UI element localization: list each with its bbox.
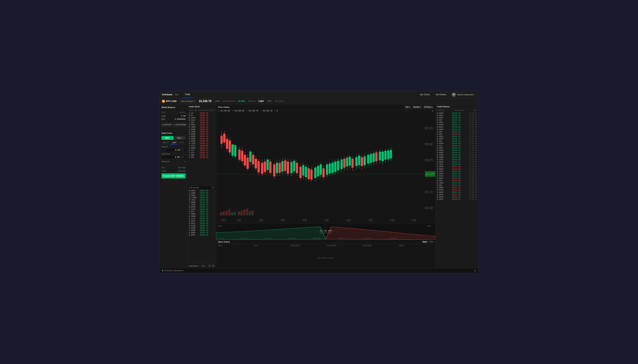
svg-rect-137 <box>231 212 233 216</box>
svg-rect-60 <box>284 160 286 171</box>
status-text: All Systems Operational <box>164 270 183 272</box>
svg-rect-142 <box>246 209 248 216</box>
trade-history-row: 0.002310333.00↘9:48:53 <box>435 177 478 180</box>
limit-tab[interactable]: LIMIT <box>170 141 178 145</box>
place-buy-order-button[interactable]: PLACE BUY ORDER <box>162 174 186 178</box>
candlestick-chart[interactable]: 9/13 1:00 2:00 3:00 4:00 5:00 6:00 7:00 … <box>216 112 435 224</box>
logo-subtitle: Pro <box>175 94 178 96</box>
my-wallets-button[interactable]: My Wallets <box>434 92 448 96</box>
candle-select[interactable]: Candle ▾ <box>412 106 422 108</box>
tab-open[interactable]: Open <box>422 240 427 243</box>
order-book-ask-row: 1.000010340.65- <box>188 140 216 142</box>
amount-input-row[interactable]: Max 0.00 BTC <box>162 148 186 152</box>
trade-history-title: Trade History <box>435 104 478 109</box>
trade-history-row: 0.007610335.00↘9:49:02 <box>435 166 478 168</box>
tab-fills[interactable]: Fills <box>430 240 433 243</box>
stop-tab[interactable]: STOP <box>178 141 186 145</box>
order-book-bid-row: 2.500010334.95- <box>188 192 216 194</box>
total-label: Total = <box>162 170 167 172</box>
svg-rect-24 <box>232 144 234 156</box>
last-trade-price: 10,336.78 <box>199 100 212 103</box>
svg-rect-138 <box>234 212 236 215</box>
svg-rect-20 <box>226 139 228 149</box>
open-orders-header: Open Orders Open Fills <box>216 240 435 244</box>
svg-text:$10,230: $10,230 <box>241 238 248 239</box>
svg-text:8:00: 8:00 <box>390 218 394 222</box>
nav-tabs: Trade <box>182 91 419 98</box>
svg-text:$10,300: $10,300 <box>425 206 433 210</box>
svg-text:$10,425: $10,425 <box>425 126 433 130</box>
volume-label: 24h volume <box>275 100 284 102</box>
svg-rect-80 <box>314 168 316 178</box>
order-form-title: Order Form <box>162 132 186 134</box>
svg-rect-22 <box>229 140 231 152</box>
ohlcv-bar: O: 10,338.05 H: 10,338.05 L: 10,336.78 C… <box>216 110 435 112</box>
svg-rect-132 <box>390 150 392 158</box>
divider <box>162 129 186 130</box>
svg-rect-18 <box>223 134 225 142</box>
logo: Coinbase | Pro <box>162 93 178 96</box>
order-book-bid-row: 0.616810326.30- <box>188 224 216 227</box>
order-book-ask-row: 3.00010336.35- <box>188 154 216 156</box>
order-book-ask-row: 0.592210344.30- <box>188 119 216 121</box>
order-book-bid-row: 0.00110328.15- <box>188 210 216 213</box>
order-book-bid-row: 0.050010325.75- <box>188 227 216 229</box>
svg-rect-30 <box>241 151 243 161</box>
sell-tab[interactable]: SELL <box>174 136 186 140</box>
price-label: Last trade price <box>222 100 235 102</box>
order-book-bid-row: 0.099910329.25- <box>188 206 216 208</box>
settings-icon[interactable]: ⚙ <box>474 269 476 272</box>
svg-rect-114 <box>363 156 366 165</box>
chart-forward-icon[interactable]: ▶ <box>432 110 433 112</box>
svg-rect-52 <box>273 164 275 176</box>
increase-aggregation-button[interactable]: + <box>212 264 215 267</box>
select-market-button[interactable]: Select Market ▾ <box>180 100 196 103</box>
max-label[interactable]: Max <box>163 149 166 151</box>
trade-history-row: 0.004710338.05↗9:50:02 <box>435 116 478 119</box>
wallet-actions: ⊕ DEPOSIT ⊖ WITHDRAW <box>162 123 186 127</box>
overlay-select[interactable]: Overlay ▾ <box>423 106 433 108</box>
decrease-aggregation-button[interactable]: − <box>208 264 211 267</box>
order-book-ask-row: 3.1410344.45- <box>188 112 216 114</box>
deposit-button[interactable]: ⊕ DEPOSIT <box>162 123 172 127</box>
my-orders-button[interactable]: My Orders <box>419 92 432 96</box>
svg-text:$10,400: $10,400 <box>425 142 433 146</box>
trade-history-row: 0.007610336.13↗9:49:48 <box>435 121 478 124</box>
trade-history-row: 0.166710333.60↗9:48:57 <box>435 170 478 172</box>
buy-tab[interactable]: BUY <box>162 136 174 140</box>
trade-history-rows: 0.010210336.78↗9:50:150.095210336.81↗9:5… <box>435 112 478 268</box>
advanced-toggle[interactable]: Advanced ▾ <box>162 160 186 163</box>
spread-value: 1.19 <box>211 187 215 189</box>
timeframe-select[interactable]: 5m ▾ <box>404 106 411 108</box>
order-book-ask-row: 0.600010341.80- <box>188 138 216 140</box>
market-tab[interactable]: MARKET <box>162 141 170 145</box>
svg-text:$10,336.78: $10,336.78 <box>425 172 435 176</box>
open-orders-empty: No orders to show <box>216 247 435 268</box>
user-name: Satoshi Nakamoto <box>457 94 473 96</box>
svg-rect-64 <box>290 162 292 173</box>
limit-input-row[interactable]: 0.00 USD <box>162 155 186 159</box>
nav-right: My Orders My Wallets SN Satoshi Nakamoto… <box>419 92 476 97</box>
svg-rect-120 <box>373 153 375 162</box>
open-orders-tabs: Open Fills <box>422 240 433 243</box>
fee-value: 0.00 USD <box>178 167 186 169</box>
withdraw-button[interactable]: ⊖ WITHDRAW <box>174 123 187 127</box>
order-book-bid-row: 0.002110324.50- <box>188 234 216 236</box>
order-book-ask-row: 5.60110336.30- <box>188 156 216 158</box>
svg-rect-62 <box>287 162 289 174</box>
ohlcv-close: C: 10,336.78 <box>260 110 272 112</box>
svg-rect-68 <box>296 163 298 173</box>
trade-history-row: 0.004610339.25↗9:49:06 <box>435 161 478 163</box>
wallet-header: Asset Amount <box>162 111 186 114</box>
order-book-ask-row: 0.100010342.90- <box>188 126 216 128</box>
col-filled: Filled (BTC) <box>290 244 325 246</box>
wallet-balance-title: Wallet Balance <box>162 106 186 108</box>
user-badge[interactable]: SN Satoshi Nakamoto ▾ <box>450 92 476 97</box>
tab-trade[interactable]: Trade <box>182 91 193 98</box>
chevron-down-icon: ▾ <box>431 106 432 108</box>
order-book-ask-row: 0.100010342.65- <box>188 130 216 133</box>
svg-text:$10,530: $10,530 <box>390 238 397 239</box>
market-bar: ₿ BTC-USD Select Market ▾ 10,336.78 USD … <box>160 98 478 104</box>
svg-text:-300: -300 <box>218 225 222 226</box>
order-book-bid-row: 0.759910332.90- <box>188 199 216 201</box>
